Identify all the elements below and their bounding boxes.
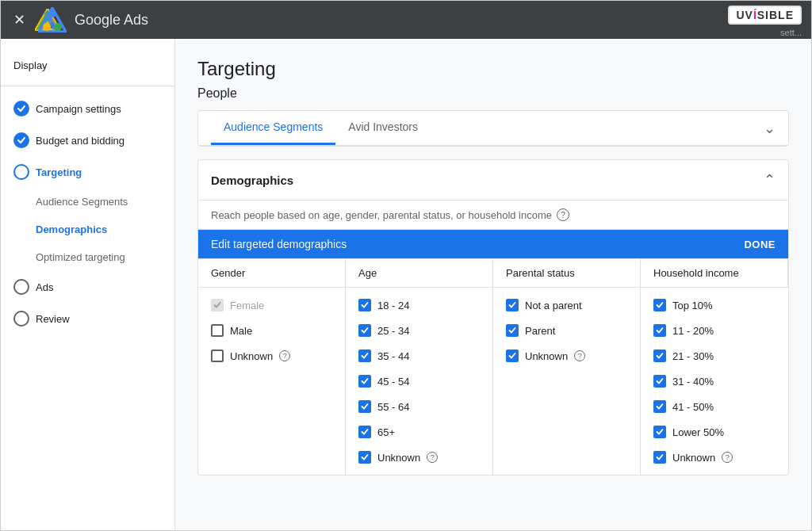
income-41-50-label: 41 - 50% xyxy=(672,401,714,413)
checkbox-parental-unknown[interactable] xyxy=(506,350,519,362)
sidebar: Display Campaign settings Budget and bid… xyxy=(1,39,175,530)
checkbox-21-30[interactable] xyxy=(653,350,666,362)
parental-parent-row[interactable]: Parent xyxy=(506,319,627,342)
gender-unknown-row[interactable]: Unknown ? xyxy=(211,345,332,367)
col-header-gender: Gender xyxy=(198,259,346,288)
checkbox-18-24[interactable] xyxy=(358,299,371,311)
settings-label: sett... xyxy=(780,28,802,37)
income-21-30-row[interactable]: 21 - 30% xyxy=(653,345,776,367)
age-55-64-label: 55 - 64 xyxy=(377,401,409,413)
income-31-40-row[interactable]: 31 - 40% xyxy=(653,370,776,392)
age-45-54-row[interactable]: 45 - 54 xyxy=(358,370,480,392)
sidebar-item-review[interactable]: Review xyxy=(1,303,174,334)
sidebar-item-targeting[interactable]: Targeting xyxy=(1,156,174,188)
chevron-down-icon[interactable]: ⌄ xyxy=(764,120,776,137)
income-31-40-label: 31 - 40% xyxy=(672,376,714,388)
age-25-34-label: 25 - 34 xyxy=(377,325,409,337)
sidebar-item-budget-bidding[interactable]: Budget and bidding xyxy=(1,124,174,156)
checkbox-female[interactable] xyxy=(211,299,224,311)
checkbox-parent[interactable] xyxy=(506,324,519,337)
checkbox-male[interactable] xyxy=(211,324,224,337)
checkbox-45-54[interactable] xyxy=(358,375,371,388)
open-circle-review xyxy=(13,311,29,327)
checkbox-35-44[interactable] xyxy=(358,350,371,362)
checkbox-65plus[interactable] xyxy=(358,426,371,438)
income-top10-row[interactable]: Top 10% xyxy=(653,294,776,316)
checkbox-31-40[interactable] xyxy=(653,375,666,388)
checkbox-55-64[interactable] xyxy=(358,400,371,413)
close-button[interactable]: ✕ xyxy=(13,11,25,29)
income-11-20-row[interactable]: 11 - 20% xyxy=(653,319,776,342)
sidebar-item-campaign-settings[interactable]: Campaign settings xyxy=(1,93,174,124)
uvisible-badge: UVÍSIBLE xyxy=(728,6,802,25)
tab-avid-investors[interactable]: Avid Investors xyxy=(335,111,431,145)
svg-point-7 xyxy=(54,23,62,31)
income-11-20-label: 11 - 20% xyxy=(672,325,714,337)
top-bar: ✕ Google Ads UVÍSIBLE set xyxy=(1,1,811,39)
age-65plus-label: 65+ xyxy=(377,426,395,438)
not-parent-label: Not a parent xyxy=(525,300,582,311)
edit-bar-title: Edit targeted demographics xyxy=(211,238,347,250)
sidebar-item-audience-segments[interactable]: Audience Segments xyxy=(1,188,174,216)
sidebar-divider xyxy=(1,86,174,86)
demographics-table: Gender Age Parental status Household inc… xyxy=(198,258,788,475)
checkbox-gender-unknown[interactable] xyxy=(211,350,224,362)
page-title: Targeting xyxy=(197,58,789,80)
col-parental-status: Not a parent Parent Unknown ? xyxy=(493,288,641,475)
parental-not-parent-row[interactable]: Not a parent xyxy=(506,294,627,316)
income-unknown-row[interactable]: Unknown ? xyxy=(653,446,776,468)
income-41-50-row[interactable]: 41 - 50% xyxy=(653,395,776,418)
checkbox-lower50[interactable] xyxy=(653,426,666,438)
parent-label: Parent xyxy=(525,325,555,337)
optimized-targeting-label: Optimized targeting xyxy=(36,251,125,263)
tab-audience-segments[interactable]: Audience Segments xyxy=(211,111,335,145)
income-lower50-row[interactable]: Lower 50% xyxy=(653,421,776,443)
checkbox-age-unknown[interactable] xyxy=(358,451,371,464)
income-unknown-label: Unknown xyxy=(672,452,715,464)
campaign-settings-label: Campaign settings xyxy=(36,103,121,115)
gender-unknown-info-icon: ? xyxy=(279,350,290,361)
display-label: Display xyxy=(13,59,48,71)
gender-male-row[interactable]: Male xyxy=(211,319,332,342)
age-25-34-row[interactable]: 25 - 34 xyxy=(358,319,480,342)
open-circle-ads xyxy=(13,279,29,295)
done-button[interactable]: DONE xyxy=(744,239,776,250)
svg-point-8 xyxy=(48,10,56,17)
checkbox-income-unknown[interactable] xyxy=(653,451,666,464)
open-circle-targeting xyxy=(13,164,29,180)
collapse-icon[interactable]: ⌃ xyxy=(764,171,776,189)
col-header-parental-status: Parental status xyxy=(493,259,641,288)
col-gender: Female Male Unknown ? xyxy=(198,288,346,475)
sidebar-item-ads[interactable]: Ads xyxy=(1,271,174,303)
income-unknown-info-icon: ? xyxy=(722,452,733,463)
age-55-64-row[interactable]: 55 - 64 xyxy=(358,395,480,418)
age-unknown-row[interactable]: Unknown ? xyxy=(358,446,480,468)
google-ads-logo xyxy=(38,7,67,32)
sidebar-item-optimized-targeting[interactable]: Optimized targeting xyxy=(1,243,174,271)
age-65plus-row[interactable]: 65+ xyxy=(358,421,480,443)
check-icon-campaign xyxy=(13,101,29,117)
people-section-title: People xyxy=(197,86,789,101)
parental-unknown-row[interactable]: Unknown ? xyxy=(506,345,627,367)
tabs-header: Audience Segments Avid Investors ⌄ xyxy=(198,111,788,146)
checkbox-41-50[interactable] xyxy=(653,400,666,413)
tabs-list: Audience Segments Avid Investors xyxy=(211,111,431,145)
checkbox-11-20[interactable] xyxy=(653,324,666,337)
checkbox-not-parent[interactable] xyxy=(506,299,519,311)
review-label: Review xyxy=(36,313,70,325)
parental-unknown-info-icon: ? xyxy=(574,350,585,361)
checkbox-25-34[interactable] xyxy=(358,324,371,337)
targeting-label: Targeting xyxy=(36,166,82,178)
age-35-44-row[interactable]: 35 - 44 xyxy=(358,345,480,367)
age-18-24-row[interactable]: 18 - 24 xyxy=(358,294,480,316)
col-household-income: Top 10% 11 - 20% 21 - 30% 31 - 40% xyxy=(641,288,788,475)
lower50-label: Lower 50% xyxy=(672,426,724,438)
col-header-age: Age xyxy=(346,259,493,288)
app-logo: Google Ads xyxy=(35,7,148,32)
app-title: Google Ads xyxy=(75,12,148,29)
age-unknown-info-icon: ? xyxy=(427,452,438,463)
checkbox-top10[interactable] xyxy=(653,299,666,311)
sidebar-item-demographics[interactable]: Demographics xyxy=(1,216,174,243)
demographics-title: Demographics xyxy=(211,174,293,187)
gender-female-row[interactable]: Female xyxy=(211,294,332,316)
